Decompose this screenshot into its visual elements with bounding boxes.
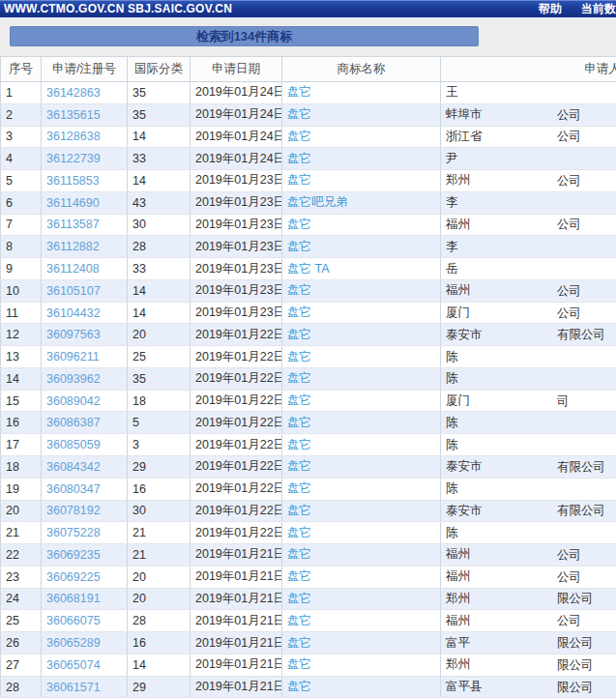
help-link[interactable]: 帮助 [539, 1, 562, 17]
registration-number-link[interactable]: 36085059 [46, 438, 101, 451]
registration-number-link[interactable]: 36069225 [46, 570, 101, 584]
trademark-name[interactable]: 盘它 [282, 302, 441, 324]
registration-number[interactable]: 36061571 [42, 676, 128, 698]
trademark-name[interactable]: 盘它 [282, 654, 441, 676]
trademark-name-link[interactable]: 盘它 [287, 481, 311, 495]
trademark-name-link[interactable]: 盘它 [287, 569, 311, 583]
registration-number[interactable]: 36069225 [42, 566, 128, 588]
registration-number[interactable]: 36084342 [42, 456, 128, 479]
trademark-name[interactable]: 盘它 [282, 544, 441, 567]
trademark-name-link[interactable]: 盘它 [287, 416, 311, 429]
trademark-name-link[interactable]: 盘它 [287, 350, 311, 364]
registration-number[interactable]: 36142863 [42, 82, 128, 104]
trademark-name[interactable]: 盘它 [282, 346, 441, 368]
registration-number[interactable]: 36122739 [42, 148, 128, 170]
trademark-name-link[interactable]: 盘它 [287, 680, 311, 693]
trademark-name-link[interactable]: 盘它吧兄弟 [287, 195, 348, 209]
trademark-name-link[interactable]: 盘它 [287, 438, 311, 451]
registration-number[interactable]: 36114690 [42, 191, 128, 214]
trademark-name-link[interactable]: 盘它 [287, 459, 311, 473]
registration-number[interactable]: 36135615 [42, 103, 128, 126]
registration-number[interactable]: 36078192 [42, 500, 128, 522]
trademark-name[interactable]: 盘它 [282, 632, 441, 654]
trademark-name-link[interactable]: 盘它 [287, 240, 311, 253]
registration-number-link[interactable]: 36135615 [46, 108, 101, 122]
registration-number[interactable]: 36113587 [42, 214, 128, 236]
registration-number-link[interactable]: 36080347 [46, 482, 101, 496]
trademark-name[interactable]: 盘它 TA [282, 258, 441, 280]
registration-number-link[interactable]: 36061571 [46, 681, 101, 694]
registration-number[interactable]: 36069235 [42, 544, 128, 567]
registration-number-link[interactable]: 36128638 [46, 130, 101, 143]
registration-number[interactable]: 36097563 [42, 324, 128, 346]
registration-number-link[interactable]: 36065289 [46, 636, 101, 650]
registration-number-link[interactable]: 36113587 [46, 218, 100, 231]
registration-number-link[interactable]: 36105107 [46, 284, 101, 298]
trademark-name-link[interactable]: 盘它 [287, 393, 311, 407]
trademark-name[interactable]: 盘它 [282, 500, 441, 522]
trademark-name-link[interactable]: 盘它 [287, 547, 311, 561]
registration-number-link[interactable]: 36114690 [46, 196, 100, 210]
registration-number-link[interactable]: 36112882 [46, 240, 100, 253]
registration-number[interactable]: 36089042 [42, 390, 128, 412]
trademark-name-link[interactable]: 盘它 TA [287, 262, 330, 276]
trademark-name-link[interactable]: 盘它 [287, 592, 311, 605]
trademark-name-link[interactable]: 盘它 [287, 526, 311, 539]
registration-number-link[interactable]: 36069235 [46, 548, 101, 562]
trademark-name-link[interactable]: 盘它 [287, 504, 311, 517]
registration-number-link[interactable]: 36115853 [46, 174, 100, 188]
registration-number[interactable]: 36105107 [42, 279, 128, 302]
registration-number[interactable]: 36080347 [42, 478, 128, 500]
registration-number[interactable]: 36112408 [42, 258, 128, 280]
registration-number[interactable]: 36065074 [42, 654, 128, 676]
registration-number[interactable]: 36066075 [42, 610, 128, 632]
registration-number[interactable]: 36115853 [42, 170, 128, 192]
registration-number-link[interactable]: 36112408 [46, 262, 100, 276]
registration-number[interactable]: 36112882 [42, 236, 128, 258]
registration-number-link[interactable]: 36066075 [46, 614, 101, 627]
trademark-name-link[interactable]: 盘它 [287, 614, 311, 627]
registration-number[interactable]: 36085059 [42, 434, 128, 456]
registration-number-link[interactable]: 36097563 [46, 328, 101, 341]
registration-number-link[interactable]: 36093962 [46, 372, 101, 386]
trademark-name-link[interactable]: 盘它 [287, 371, 311, 385]
trademark-name[interactable]: 盘它 [282, 676, 441, 698]
trademark-name-link[interactable]: 盘它 [287, 657, 311, 671]
current-data-link[interactable]: 当前数 [581, 1, 616, 17]
registration-number-link[interactable]: 36104432 [46, 306, 101, 320]
trademark-name[interactable]: 盘它 [282, 324, 441, 346]
trademark-name[interactable]: 盘它 [282, 148, 441, 170]
trademark-name[interactable]: 盘它 [282, 412, 441, 434]
registration-number-link[interactable]: 36086387 [46, 416, 101, 429]
trademark-name[interactable]: 盘它 [282, 82, 441, 104]
registration-number-link[interactable]: 36096211 [46, 350, 100, 364]
registration-number[interactable]: 36104432 [42, 302, 128, 324]
registration-number-link[interactable]: 36089042 [46, 394, 101, 408]
trademark-name[interactable]: 盘它 [282, 522, 441, 544]
registration-number[interactable]: 36128638 [42, 126, 128, 148]
registration-number-link[interactable]: 36122739 [46, 152, 101, 165]
registration-number[interactable]: 36086387 [42, 412, 128, 434]
registration-number-link[interactable]: 36075228 [46, 526, 101, 539]
trademark-name[interactable]: 盘它 [282, 103, 441, 126]
trademark-name[interactable]: 盘它 [282, 456, 441, 479]
registration-number[interactable]: 36075228 [42, 522, 128, 544]
registration-number-link[interactable]: 36068191 [46, 592, 101, 605]
trademark-name-link[interactable]: 盘它 [287, 218, 311, 231]
trademark-name[interactable]: 盘它 [282, 367, 441, 390]
registration-number[interactable]: 36068191 [42, 588, 128, 610]
trademark-name[interactable]: 盘它 [282, 170, 441, 192]
trademark-name-link[interactable]: 盘它 [287, 130, 311, 143]
trademark-name[interactable]: 盘它 [282, 126, 441, 148]
trademark-name-link[interactable]: 盘它 [287, 283, 311, 297]
trademark-name-link[interactable]: 盘它 [287, 173, 311, 187]
trademark-name[interactable]: 盘它 [282, 478, 441, 500]
trademark-name[interactable]: 盘它 [282, 279, 441, 302]
trademark-name-link[interactable]: 盘它 [287, 636, 311, 650]
trademark-name[interactable]: 盘它 [282, 236, 441, 258]
registration-number-link[interactable]: 36078192 [46, 504, 101, 517]
trademark-name[interactable]: 盘它 [282, 566, 441, 588]
trademark-name[interactable]: 盘它 [282, 214, 441, 236]
registration-number-link[interactable]: 36142863 [46, 86, 101, 100]
trademark-name-link[interactable]: 盘它 [287, 152, 311, 165]
